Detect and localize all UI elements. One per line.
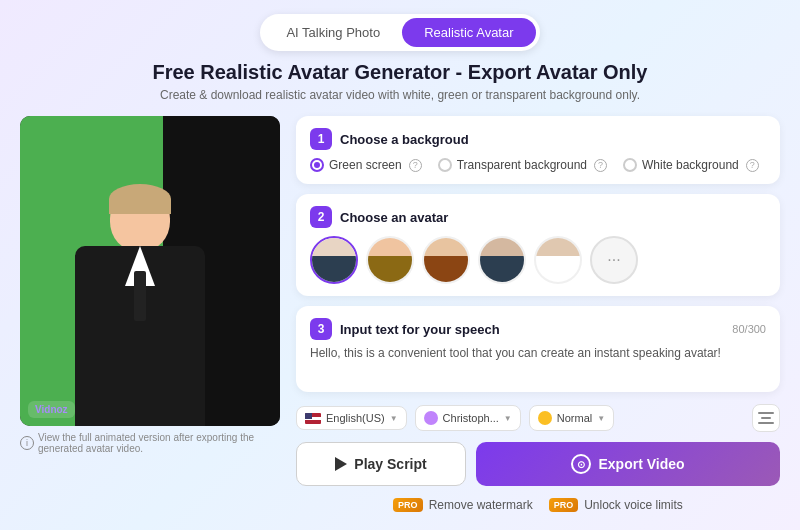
avatar-2[interactable] [366,236,414,284]
step2-header: 2 Choose an avatar [310,206,766,228]
us-flag-icon [305,413,321,424]
option-white[interactable]: White background ? [623,158,759,172]
tab-realistic-avatar[interactable]: Realistic Avatar [402,18,535,47]
action-row: Play Script ⊙ Export Video [296,442,780,486]
speech-text[interactable]: Hello, this is a convenient tool that yo… [310,344,766,380]
voice-user-icon [424,411,438,425]
tab-ai-talking-photo[interactable]: AI Talking Photo [264,18,402,47]
avatar-figure [30,126,250,426]
page-title: Free Realistic Avatar Generator - Export… [0,61,800,84]
nav-toggle: AI Talking Photo Realistic Avatar [260,14,539,51]
align-line-1 [758,412,774,414]
radio-transparent[interactable] [438,158,452,172]
page-subtitle: Create & download realistic avatar video… [0,88,800,102]
right-panel: 1 Choose a backgroud Green screen ? Tran… [296,116,780,512]
top-nav: AI Talking Photo Realistic Avatar [0,0,800,61]
speed-value: Normal [557,412,592,424]
voice-select[interactable]: Christoph... ▼ [415,405,521,431]
info-icon: i [20,436,34,450]
controls-row: English(US) ▼ Christoph... ▼ Normal ▼ [296,404,780,432]
step3-header: 3 Input text for your speech 80/300 [310,318,766,340]
vidnoz-logo: Vidnoz [28,401,75,418]
speed-chevron-icon: ▼ [597,414,605,423]
avatar-more-button[interactable]: ··· [590,236,638,284]
avatar-head [110,186,170,251]
help-transparent-icon: ? [594,159,607,172]
export-video-button[interactable]: ⊙ Export Video [476,442,780,486]
export-label: Export Video [598,456,684,472]
step2-number: 2 [310,206,332,228]
step3-title: Input text for your speech [340,322,500,337]
language-value: English(US) [326,412,385,424]
language-select[interactable]: English(US) ▼ [296,406,407,430]
avatar-body [75,246,205,426]
video-panel: Vidnoz i View the full animated version … [20,116,280,512]
radio-green-screen[interactable] [310,158,324,172]
voice-value: Christoph... [443,412,499,424]
avatar-1[interactable] [310,236,358,284]
help-white-icon: ? [746,159,759,172]
option-green-screen[interactable]: Green screen ? [310,158,422,172]
avatar-row: ··· [310,236,766,284]
avatar-tie [134,271,146,321]
align-icon[interactable] [752,404,780,432]
pro-row: PRO Remove watermark PRO Unlock voice li… [296,496,780,512]
unlock-voice-label: Unlock voice limits [584,498,683,512]
step3-card: 3 Input text for your speech 80/300 Hell… [296,306,780,392]
avatar-5[interactable] [534,236,582,284]
char-count: 80/300 [732,323,766,335]
avatar-2-img [368,238,412,282]
avatar-hair [109,184,171,214]
export-icon: ⊙ [571,454,591,474]
language-chevron-icon: ▼ [390,414,398,423]
voice-chevron-icon: ▼ [504,414,512,423]
remove-watermark-button[interactable]: PRO Remove watermark [393,498,533,512]
avatar-4-img [480,238,524,282]
pro-badge-voice: PRO [549,498,579,512]
step2-title: Choose an avatar [340,210,448,225]
avatar-3[interactable] [422,236,470,284]
main-content: Vidnoz i View the full animated version … [0,116,800,512]
align-line-2 [761,417,771,419]
unlock-voice-button[interactable]: PRO Unlock voice limits [549,498,683,512]
option-transparent[interactable]: Transparent background ? [438,158,607,172]
radio-white[interactable] [623,158,637,172]
play-triangle-icon [335,457,347,471]
step1-card: 1 Choose a backgroud Green screen ? Tran… [296,116,780,184]
video-container: Vidnoz [20,116,280,426]
video-caption: i View the full animated version after e… [20,432,280,454]
avatar-3-img [424,238,468,282]
step3-number: 3 [310,318,332,340]
speed-select[interactable]: Normal ▼ [529,405,614,431]
step2-card: 2 Choose an avatar ··· [296,194,780,296]
align-line-3 [758,422,774,424]
step1-header: 1 Choose a backgroud [310,128,766,150]
speed-smile-icon [538,411,552,425]
play-script-button[interactable]: Play Script [296,442,466,486]
title-section: Free Realistic Avatar Generator - Export… [0,61,800,102]
step1-number: 1 [310,128,332,150]
avatar-1-img [312,238,356,282]
pro-badge-watermark: PRO [393,498,423,512]
play-label: Play Script [354,456,426,472]
help-green-icon: ? [409,159,422,172]
avatar-5-img [536,238,580,282]
remove-watermark-label: Remove watermark [429,498,533,512]
step1-title: Choose a backgroud [340,132,469,147]
avatar-4[interactable] [478,236,526,284]
background-options: Green screen ? Transparent background ? … [310,158,766,172]
